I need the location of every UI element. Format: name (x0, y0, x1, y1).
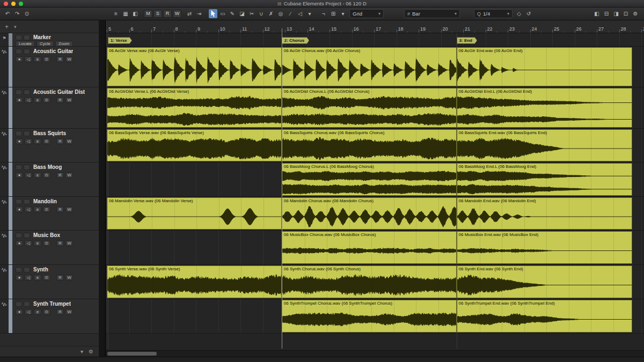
insert-bypass-button[interactable]: ⊙ (43, 240, 50, 246)
scroll-down-icon[interactable]: ▾ (80, 349, 83, 354)
grid-mode-dropdown[interactable]: Grid ▾ (349, 9, 384, 18)
undo-icon[interactable]: ↶ (3, 9, 12, 18)
object-selection-tool[interactable] (209, 9, 217, 18)
write-automation-button[interactable]: W (65, 206, 73, 212)
global-state-button-r[interactable]: R (163, 10, 172, 18)
audio-event[interactable]: 06 AcGtrDist Chorus.L (06 AcGtrDist Chor… (282, 88, 457, 128)
insert-bypass-button[interactable]: ⊙ (43, 172, 50, 178)
track-header[interactable]: Bass Moog●◁e⊙RW (0, 162, 99, 197)
record-enable-button[interactable]: ● (16, 97, 23, 103)
edit-channel-button[interactable]: e (34, 275, 41, 280)
autoscroll-icon[interactable]: ⇥ (195, 9, 203, 18)
audio-event[interactable]: 06 AcGtr Verse.wav (06 AcGtr Verse) (107, 47, 282, 86)
monitor-button[interactable]: ◁ (25, 56, 32, 62)
mute-button[interactable] (16, 233, 22, 238)
mute-button[interactable] (16, 131, 22, 136)
solo-button[interactable] (24, 199, 30, 204)
monitor-button[interactable]: ◁ (25, 309, 32, 315)
monitor-button[interactable]: ◁ (25, 97, 32, 103)
audio-event[interactable]: 06 SynthTrumpet End.wav (06 SynthTrumpet… (457, 300, 633, 333)
audio-event[interactable]: 06 BassSquirts End.wav (06 BassSquirts E… (457, 129, 633, 161)
write-automation-button[interactable]: W (65, 97, 73, 103)
monitor-button[interactable]: ◁ (25, 138, 32, 144)
add-marker-button[interactable] (16, 35, 22, 40)
automation-mode-icon[interactable]: ⇄ (185, 9, 194, 18)
grid-type-dropdown[interactable]: # Bar ▾ (404, 9, 460, 18)
audio-event[interactable]: 06 MusicBox Chorus.wav (06 MusicBox Chor… (282, 231, 457, 264)
snap-type-icon[interactable]: ⊞ (329, 9, 338, 18)
erase-tool[interactable]: ◪ (238, 9, 246, 18)
mute-button[interactable] (16, 49, 22, 54)
split-tool[interactable]: ✂ (247, 9, 256, 18)
insert-bypass-button[interactable]: ⊙ (43, 275, 50, 280)
record-enable-button[interactable]: ● (16, 240, 23, 246)
locate-button[interactable]: Locate (16, 41, 35, 47)
marker-lane[interactable]: 1: Verse2: Chorus3: End (106, 33, 644, 47)
record-enable-button[interactable]: ● (16, 206, 23, 212)
record-enable-button[interactable]: ● (16, 138, 23, 144)
write-automation-button[interactable]: W (65, 275, 73, 280)
add-track-button[interactable]: + (5, 23, 9, 31)
write-automation-button[interactable]: W (65, 309, 73, 315)
edit-history-icon[interactable]: ⊙ (23, 9, 31, 18)
cycle-marker[interactable]: 1: Verse (108, 37, 132, 44)
solo-button[interactable] (24, 131, 30, 136)
track-header[interactable]: Acoustic Guitar●◁e⊙RW (0, 47, 99, 87)
edit-channel-button[interactable]: e (34, 206, 41, 212)
edit-channel-button[interactable]: e (34, 240, 41, 246)
global-state-button-w[interactable]: W (173, 10, 181, 18)
global-state-button-s[interactable]: S (153, 10, 162, 18)
monitor-button[interactable]: ◁ (25, 172, 32, 178)
insert-bypass-button[interactable]: ⊙ (43, 309, 50, 315)
read-automation-button[interactable]: R (56, 172, 64, 178)
mute-button[interactable] (16, 165, 22, 170)
cycle-marker[interactable]: 2: Chorus (282, 37, 309, 44)
record-enable-button[interactable]: ● (16, 275, 23, 280)
track-lane[interactable]: 06 SynthTrumpet Chorus.wav (06 SynthTrum… (106, 299, 644, 334)
track-header[interactable]: Acoustic Guitar Dist●◁e⊙RW (0, 87, 99, 129)
record-enable-button[interactable]: ● (16, 309, 23, 315)
insert-bypass-button[interactable]: ⊙ (43, 56, 50, 62)
global-state-button-m[interactable]: M (144, 10, 152, 18)
solo-button[interactable] (24, 267, 30, 272)
range-selection-tool[interactable]: ▭ (218, 9, 227, 18)
write-automation-button[interactable]: W (65, 138, 73, 144)
iterative-quantize-icon[interactable]: ◇ (515, 9, 523, 18)
redo-icon[interactable]: ↷ (13, 9, 21, 18)
mute-button[interactable] (16, 90, 22, 95)
edit-channel-button[interactable]: e (34, 138, 41, 144)
edit-channel-button[interactable]: e (34, 56, 41, 62)
record-enable-button[interactable]: ● (16, 56, 23, 62)
cycle-marker[interactable]: 3: End (457, 37, 477, 44)
write-automation-button[interactable]: W (65, 172, 73, 178)
record-enable-button[interactable]: ● (16, 172, 23, 178)
audio-event[interactable]: 06 AcGtr Chorus.wav (06 AcGtr Chorus) (282, 47, 457, 86)
read-automation-button[interactable]: R (56, 206, 64, 212)
add-cycle-marker-button[interactable] (24, 35, 30, 40)
audio-event[interactable]: 06 AcGtr End.wav (06 AcGtr End) (457, 47, 633, 86)
insert-bypass-button[interactable]: ⊙ (43, 138, 50, 144)
audio-event[interactable]: 06 BassMoog Chorus.L (06 BassMoog Chorus… (282, 163, 457, 196)
audio-event[interactable]: 06 SynthTrumpet Chorus.wav (06 SynthTrum… (282, 300, 457, 333)
read-automation-button[interactable]: R (56, 275, 64, 280)
track-lane[interactable]: 06 BassMoog Chorus.L (06 BassMoog Chorus… (106, 162, 644, 197)
insert-bypass-button[interactable]: ⊙ (43, 206, 50, 212)
read-automation-button[interactable]: R (56, 240, 64, 246)
edit-channel-button[interactable]: e (34, 309, 41, 315)
read-automation-button[interactable]: R (56, 309, 64, 315)
cycle-button[interactable]: Cycle (36, 41, 54, 47)
play-tool[interactable]: ◁ (296, 9, 304, 18)
mute-button[interactable] (16, 301, 22, 307)
mute-button[interactable] (16, 267, 22, 272)
lower-zone-icon[interactable]: ⊟ (602, 9, 611, 18)
media-rack-icon[interactable]: ▦ (121, 9, 130, 18)
quantize-panel-icon[interactable]: ↺ (524, 9, 533, 18)
mixer-icon[interactable]: ◧ (131, 9, 140, 18)
write-automation-button[interactable]: W (65, 56, 73, 62)
panel-splitter[interactable] (99, 20, 106, 357)
marker-track-header[interactable]: ⚑MarkerLocateCycleZoom (0, 33, 99, 47)
track-lane[interactable]: 06 AcGtr Verse.wav (06 AcGtr Verse)06 Ac… (106, 47, 644, 87)
monitor-button[interactable]: ◁ (25, 240, 32, 246)
audio-event[interactable]: 06 Mandolin Verse.wav (06 Mandolin Verse… (107, 197, 282, 230)
horizontal-scrollbar[interactable] (106, 350, 644, 357)
